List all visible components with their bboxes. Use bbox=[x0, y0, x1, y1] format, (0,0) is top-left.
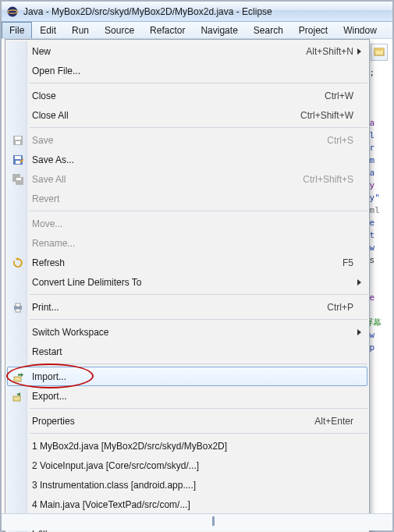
menu-item-shortcut: Alt+Enter bbox=[314, 416, 367, 427]
svg-rect-14 bbox=[16, 303, 20, 307]
menu-item-restart[interactable]: Restart bbox=[7, 342, 367, 361]
menu-item-refresh[interactable]: RefreshF5 bbox=[7, 253, 367, 272]
menu-item-label: Import... bbox=[32, 371, 367, 382]
menu-item-label: 2 VoiceInput.java [Core/src/com/skyd/...… bbox=[32, 460, 367, 471]
menu-item-recent-4[interactable]: 4 Main.java [VoiceTextPad/src/com/...] bbox=[7, 495, 367, 514]
save-as-icon bbox=[12, 154, 24, 166]
menu-item-label: Rename... bbox=[32, 238, 367, 249]
menu-item-move[interactable]: Move... bbox=[7, 214, 367, 233]
package-icon bbox=[374, 46, 385, 59]
submenu-arrow-icon bbox=[357, 48, 361, 55]
menu-separator bbox=[30, 431, 367, 436]
menu-item-label: Save All bbox=[32, 174, 303, 185]
menu-item-label: Close bbox=[32, 90, 325, 101]
menu-separator bbox=[30, 406, 367, 411]
menu-item-label: New bbox=[32, 46, 306, 57]
menu-item-shortcut: Ctrl+P bbox=[327, 302, 367, 313]
svg-rect-8 bbox=[15, 156, 21, 159]
menu-refactor[interactable]: Refactor bbox=[142, 22, 193, 38]
menu-item-recent-2[interactable]: 2 VoiceInput.java [Core/src/com/skyd/...… bbox=[7, 456, 367, 475]
eclipse-window: Java - MyBox2D/src/skyd/MyBox2D/MyBox2d.… bbox=[0, 0, 394, 532]
refresh-icon bbox=[12, 257, 24, 269]
menubar: File Edit Run Source Refactor Navigate S… bbox=[2, 22, 392, 39]
menu-item-label: Revert bbox=[32, 193, 367, 204]
svg-point-0 bbox=[8, 6, 18, 16]
menu-item-label: Refresh bbox=[32, 257, 343, 268]
svg-rect-12 bbox=[16, 178, 21, 180]
menu-item-label: Close All bbox=[32, 110, 300, 121]
menu-item-label: Export... bbox=[32, 391, 367, 402]
menu-window[interactable]: Window bbox=[335, 22, 385, 38]
svg-rect-17 bbox=[13, 396, 20, 401]
menu-item-shortcut: F5 bbox=[343, 257, 367, 268]
submenu-arrow-icon bbox=[357, 279, 361, 286]
menu-item-close[interactable]: CloseCtrl+W bbox=[7, 86, 367, 105]
menu-item-save[interactable]: SaveCtrl+S bbox=[7, 130, 367, 150]
toolbar-button[interactable] bbox=[371, 44, 388, 61]
titlebar[interactable]: Java - MyBox2D/src/skyd/MyBox2D/MyBox2d.… bbox=[2, 2, 392, 22]
menu-separator bbox=[30, 361, 367, 367]
save-all-icon bbox=[12, 173, 24, 186]
svg-rect-3 bbox=[374, 48, 384, 51]
menu-item-label: 4 Main.java [VoiceTextPad/src/com/...] bbox=[32, 499, 367, 510]
menu-item-label: Properties bbox=[32, 416, 314, 427]
menu-item-shortcut: Ctrl+W bbox=[325, 90, 367, 101]
menu-item-import[interactable]: Import... bbox=[7, 367, 367, 386]
menu-item-open-file[interactable]: Open File... bbox=[7, 61, 367, 80]
svg-rect-9 bbox=[16, 161, 20, 164]
menu-item-label: Print... bbox=[32, 302, 327, 313]
splitter-handle[interactable] bbox=[212, 516, 215, 526]
import-icon bbox=[12, 371, 25, 383]
status-area bbox=[2, 513, 392, 530]
menu-item-recent-3[interactable]: 3 Instrumentation.class [android.app....… bbox=[7, 475, 367, 495]
menu-item-close-all[interactable]: Close AllCtrl+Shift+W bbox=[7, 105, 367, 125]
menu-item-print[interactable]: Print...Ctrl+P bbox=[7, 297, 367, 317]
svg-rect-5 bbox=[15, 137, 21, 140]
menu-item-rename[interactable]: Rename... bbox=[7, 233, 367, 253]
menu-item-label: Open File... bbox=[32, 66, 367, 76]
submenu-arrow-icon bbox=[357, 329, 361, 335]
menu-separator bbox=[30, 80, 367, 86]
menu-edit[interactable]: Edit bbox=[32, 22, 64, 38]
editor-area: D; ta rl or im ra dy my" ml re at ow .s … bbox=[2, 39, 392, 530]
menu-separator bbox=[30, 317, 367, 322]
menu-item-revert[interactable]: Revert bbox=[7, 189, 367, 208]
menu-item-new[interactable]: NewAlt+Shift+N bbox=[7, 41, 367, 61]
menu-item-save-all[interactable]: Save AllCtrl+Shift+S bbox=[7, 169, 367, 189]
menu-file[interactable]: File bbox=[2, 22, 32, 38]
menu-item-export[interactable]: Export... bbox=[7, 386, 367, 406]
menu-run[interactable]: Run bbox=[64, 22, 97, 38]
menu-item-label: Convert Line Delimiters To bbox=[32, 277, 367, 288]
menu-item-switch-workspace[interactable]: Switch Workspace bbox=[7, 322, 367, 342]
window-title: Java - MyBox2D/src/skyd/MyBox2D/MyBox2d.… bbox=[23, 6, 272, 17]
menu-item-label: Switch Workspace bbox=[32, 327, 367, 338]
save-icon bbox=[12, 134, 24, 147]
export-icon bbox=[12, 390, 24, 403]
menu-item-label: Move... bbox=[32, 218, 367, 229]
svg-rect-16 bbox=[14, 377, 21, 381]
menu-separator bbox=[30, 292, 367, 297]
menu-item-label: Save bbox=[32, 135, 327, 146]
menu-project[interactable]: Project bbox=[291, 22, 335, 38]
menu-item-properties[interactable]: PropertiesAlt+Enter bbox=[7, 411, 367, 431]
svg-rect-6 bbox=[16, 141, 20, 144]
menu-search[interactable]: Search bbox=[246, 22, 291, 38]
menu-item-label: Save As... bbox=[32, 154, 367, 165]
menu-item-label: 1 MyBox2d.java [MyBox2D/src/skyd/MyBox2D… bbox=[32, 441, 367, 452]
menu-separator bbox=[30, 208, 367, 214]
menu-item-shortcut: Ctrl+Shift+W bbox=[300, 110, 367, 121]
eclipse-icon bbox=[6, 5, 19, 18]
menu-item-recent-1[interactable]: 1 MyBox2d.java [MyBox2D/src/skyd/MyBox2D… bbox=[7, 436, 367, 456]
menu-item-convert-line-delim[interactable]: Convert Line Delimiters To bbox=[7, 272, 367, 292]
print-icon bbox=[12, 301, 24, 314]
menu-source[interactable]: Source bbox=[97, 22, 142, 38]
menu-item-label: Restart bbox=[32, 346, 367, 357]
menu-item-label: 3 Instrumentation.class [android.app....… bbox=[32, 480, 367, 491]
menu-item-shortcut: Ctrl+Shift+S bbox=[303, 174, 367, 185]
svg-rect-15 bbox=[16, 309, 20, 312]
menu-item-save-as[interactable]: Save As... bbox=[7, 150, 367, 169]
menu-navigate[interactable]: Navigate bbox=[193, 22, 245, 38]
menu-separator bbox=[30, 125, 367, 130]
file-dropdown-menu: NewAlt+Shift+NOpen File...CloseCtrl+WClo… bbox=[5, 39, 370, 532]
menu-item-shortcut: Ctrl+S bbox=[327, 135, 367, 146]
